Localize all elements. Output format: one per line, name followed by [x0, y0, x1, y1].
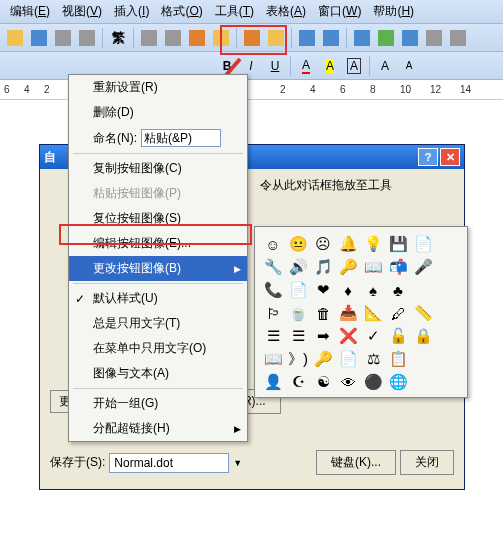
drawing-button[interactable] [423, 27, 445, 49]
icon-option[interactable]: ☰ [286, 325, 310, 347]
icon-option[interactable]: 🔔 [336, 233, 360, 255]
highlight-button[interactable]: A [319, 55, 341, 77]
keyboard-button[interactable]: 键盘(K)... [316, 450, 396, 475]
icon-option[interactable]: ➡ [311, 325, 335, 347]
cm-edit-icon[interactable]: 编辑按钮图像(E)... [69, 231, 247, 256]
icon-option[interactable] [411, 371, 435, 393]
icon-option[interactable]: 🔓 [386, 325, 410, 347]
icon-option[interactable]: 🍵 [286, 302, 310, 324]
icon-option[interactable]: ♣ [386, 279, 410, 301]
icon-option[interactable]: 📄 [411, 233, 435, 255]
icon-option[interactable]: 👁 [336, 371, 360, 393]
icon-option[interactable]: 📏 [411, 302, 435, 324]
cut-button[interactable] [138, 27, 160, 49]
font-color-button[interactable]: A [295, 55, 317, 77]
icon-option[interactable]: ✓ [361, 325, 385, 347]
icon-option[interactable]: 🔒 [411, 325, 435, 347]
icon-option[interactable] [436, 279, 460, 301]
cm-text-in-menu[interactable]: 在菜单中只用文字(O) [69, 336, 247, 361]
icon-option[interactable]: ⚖ [361, 348, 385, 370]
char-border-button[interactable]: A [343, 55, 365, 77]
cm-change-icon[interactable]: 更改按钮图像(B) [69, 256, 247, 281]
icon-option[interactable]: 🗑 [311, 302, 335, 324]
icon-option[interactable]: ❌ [336, 325, 360, 347]
grow-font-button[interactable]: A [374, 55, 396, 77]
icon-option[interactable] [411, 348, 435, 370]
icon-option[interactable]: 📄 [336, 348, 360, 370]
icon-option[interactable] [436, 302, 460, 324]
undo-button[interactable] [296, 27, 318, 49]
icon-option[interactable]: 📄 [286, 279, 310, 301]
icon-option[interactable]: ♠ [361, 279, 385, 301]
cm-image-text[interactable]: 图像与文本(A) [69, 361, 247, 386]
menu-tools[interactable]: 工具(T) [209, 1, 260, 22]
menu-help[interactable]: 帮助(H) [367, 1, 420, 22]
paragraph-button[interactable] [447, 27, 469, 49]
icon-option[interactable] [436, 325, 460, 347]
cm-text-only[interactable]: 总是只用文字(T) [69, 311, 247, 336]
preview-button[interactable] [76, 27, 98, 49]
table-button[interactable] [351, 27, 373, 49]
cm-default-style[interactable]: ✓默认样式(U) [69, 286, 247, 311]
icon-option[interactable]: 》) [286, 348, 310, 370]
icon-option[interactable]: 🔑 [336, 256, 360, 278]
cm-name-input[interactable] [141, 129, 221, 147]
menu-table[interactable]: 表格(A) [260, 1, 312, 22]
lang-button[interactable]: 繁 [107, 27, 129, 49]
menu-window[interactable]: 窗口(W) [312, 1, 367, 22]
icon-option[interactable] [436, 371, 460, 393]
underline-button[interactable]: U [264, 55, 286, 77]
copy-button[interactable] [162, 27, 184, 49]
icon-option[interactable]: ☹ [311, 233, 335, 255]
icon-option[interactable]: 📖 [261, 348, 285, 370]
open-button[interactable] [4, 27, 26, 49]
icon-option[interactable]: ☰ [261, 325, 285, 347]
icon-option[interactable]: 🔧 [261, 256, 285, 278]
save-button[interactable] [28, 27, 50, 49]
icon-option[interactable]: 📞 [261, 279, 285, 301]
cm-name[interactable]: 命名(N): [69, 125, 247, 151]
columns-button[interactable] [399, 27, 421, 49]
icon-option[interactable]: ❤ [311, 279, 335, 301]
cm-reset-icon[interactable]: 复位按钮图像(S) [69, 206, 247, 231]
icon-option[interactable]: 📐 [361, 302, 385, 324]
menu-insert[interactable]: 插入(I) [108, 1, 155, 22]
brush-button[interactable] [265, 27, 287, 49]
icon-option[interactable]: 📬 [386, 256, 410, 278]
icon-option[interactable]: 🎵 [311, 256, 335, 278]
icon-option[interactable]: 🔑 [311, 348, 335, 370]
print-button[interactable] [52, 27, 74, 49]
icon-option[interactable]: 👤 [261, 371, 285, 393]
dialog-help-button[interactable]: ? [418, 148, 438, 166]
close-button[interactable]: 关闭 [400, 450, 454, 475]
format-painter-button[interactable] [210, 27, 232, 49]
cm-delete[interactable]: 删除(D) [69, 100, 247, 125]
cm-copy-icon[interactable]: 复制按钮图像(C) [69, 156, 247, 181]
redo-button[interactable] [320, 27, 342, 49]
icon-option[interactable]: 📋 [386, 348, 410, 370]
icon-option[interactable]: ☺ [261, 233, 285, 255]
icon-option[interactable]: 😐 [286, 233, 310, 255]
icon-option[interactable] [436, 233, 460, 255]
icon-option[interactable]: 🎤 [411, 256, 435, 278]
icon-option[interactable]: ⚫ [361, 371, 385, 393]
menu-edit[interactable]: 编辑(E) [4, 1, 56, 22]
icon-option[interactable]: 🌐 [386, 371, 410, 393]
icon-option[interactable] [436, 256, 460, 278]
icon-option[interactable]: ♦ [336, 279, 360, 301]
shrink-font-button[interactable]: A [398, 55, 420, 77]
icon-option[interactable]: ☪ [286, 371, 310, 393]
icon-option[interactable]: 💡 [361, 233, 385, 255]
icon-option[interactable]: 💾 [386, 233, 410, 255]
spreadsheet-button[interactable] [375, 27, 397, 49]
save-in-input[interactable] [109, 453, 229, 473]
cm-reset[interactable]: 重新设置(R) [69, 75, 247, 100]
icon-option[interactable]: 🔊 [286, 256, 310, 278]
icon-option[interactable] [411, 279, 435, 301]
icon-option[interactable]: 📥 [336, 302, 360, 324]
icon-option[interactable]: 🏳 [261, 302, 285, 324]
icon-option[interactable]: 📖 [361, 256, 385, 278]
paste-special-button[interactable] [241, 27, 263, 49]
icon-option[interactable]: 🖊 [386, 302, 410, 324]
paste-button[interactable] [186, 27, 208, 49]
